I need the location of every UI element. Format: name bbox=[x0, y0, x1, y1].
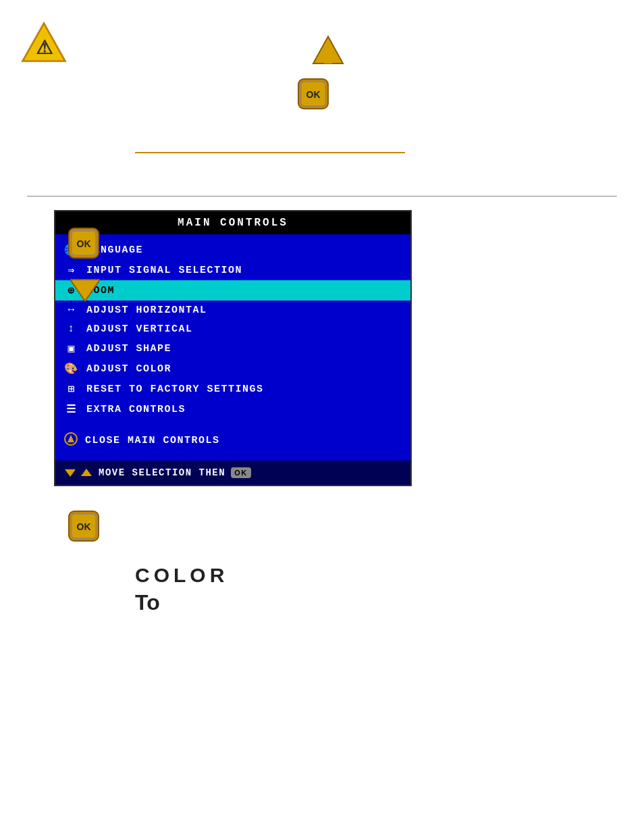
factory-reset-icon: ⊞ bbox=[63, 382, 80, 396]
ok-icon-mid: OK bbox=[68, 227, 100, 262]
svg-rect-3 bbox=[324, 59, 332, 63]
osd-item-input-signal[interactable]: ⇒ INPUT SIGNAL SELECTION bbox=[55, 260, 410, 280]
nav-down-icon bbox=[63, 466, 77, 479]
svg-text:⚠: ⚠ bbox=[36, 37, 53, 58]
up-arrow-icon bbox=[311, 34, 346, 72]
warning-icon: ⚠ bbox=[20, 20, 68, 64]
nav-up-icon bbox=[80, 466, 93, 479]
osd-item-language[interactable]: 🌐 LANGUAGE bbox=[55, 240, 410, 260]
osd-item-extra[interactable]: ☰ EXTRA CONTROLS bbox=[55, 399, 410, 419]
osd-label-extra: EXTRA CONTROLS bbox=[86, 404, 186, 415]
nav-icons bbox=[63, 466, 93, 479]
svg-text:OK: OK bbox=[77, 521, 91, 532]
to-label: To bbox=[135, 590, 617, 615]
svg-marker-12 bbox=[68, 435, 74, 442]
color-label: COLOR bbox=[135, 564, 617, 587]
svg-text:OK: OK bbox=[306, 89, 321, 100]
svg-marker-14 bbox=[81, 469, 92, 476]
middle-section: OK MAIN CONTROLS 🌐 LANGUAGE ⇒ INPUT SIGN… bbox=[0, 197, 644, 500]
top-section: ⚠ OK bbox=[0, 0, 644, 196]
osd-footer-label: MOVE SELECTION THEN bbox=[99, 467, 225, 478]
close-circle-icon bbox=[63, 432, 78, 450]
ok-icon-top: OK bbox=[297, 78, 329, 113]
osd-item-shape[interactable]: ▣ ADJUST SHAPE bbox=[55, 338, 410, 359]
osd-label-factory-reset: RESET TO FACTORY SETTINGS bbox=[86, 384, 264, 395]
down-arrow-icon bbox=[70, 274, 100, 307]
osd-title: MAIN CONTROLS bbox=[55, 211, 410, 234]
osd-item-zoom[interactable]: ⊕ ZOOM bbox=[55, 280, 410, 301]
svg-marker-10 bbox=[70, 280, 100, 301]
color-to-area: COLOR To bbox=[135, 564, 617, 615]
vertical-icon: ↕ bbox=[63, 323, 80, 335]
shape-icon: ▣ bbox=[63, 342, 80, 355]
svg-marker-13 bbox=[65, 469, 76, 477]
osd-item-close[interactable]: CLOSE MAIN CONTROLS bbox=[55, 426, 410, 455]
osd-item-factory-reset[interactable]: ⊞ RESET TO FACTORY SETTINGS bbox=[55, 379, 410, 399]
osd-label-horizontal: ADJUST HORIZONTAL bbox=[86, 305, 207, 316]
osd-menu: MAIN CONTROLS 🌐 LANGUAGE ⇒ INPUT SIGNAL … bbox=[27, 210, 617, 486]
svg-text:OK: OK bbox=[77, 238, 91, 249]
extra-icon: ☰ bbox=[63, 402, 80, 416]
osd-label-shape: ADJUST SHAPE bbox=[86, 343, 171, 355]
osd-item-horizontal[interactable]: ↔ ADJUST HORIZONTAL bbox=[55, 301, 410, 319]
osd-spacer bbox=[55, 419, 410, 426]
osd-label-color: ADJUST COLOR bbox=[86, 363, 171, 375]
osd-menu-items: 🌐 LANGUAGE ⇒ INPUT SIGNAL SELECTION ⊕ ZO… bbox=[55, 234, 410, 461]
bottom-section: OK COLOR To bbox=[0, 500, 644, 625]
underline-decoration bbox=[135, 152, 405, 153]
ok-icon-bottom: OK bbox=[68, 510, 100, 545]
osd-footer: MOVE SELECTION THEN OK bbox=[55, 461, 410, 485]
osd-item-vertical[interactable]: ↕ ADJUST VERTICAL bbox=[55, 319, 410, 338]
color-icon: 🎨 bbox=[63, 362, 80, 375]
osd-footer-ok: OK bbox=[231, 467, 251, 478]
osd-label-close: CLOSE MAIN CONTROLS bbox=[85, 435, 220, 446]
osd-label-input-signal: INPUT SIGNAL SELECTION bbox=[86, 265, 242, 276]
osd-label-vertical: ADJUST VERTICAL bbox=[86, 323, 193, 335]
osd-item-color[interactable]: 🎨 ADJUST COLOR bbox=[55, 359, 410, 379]
